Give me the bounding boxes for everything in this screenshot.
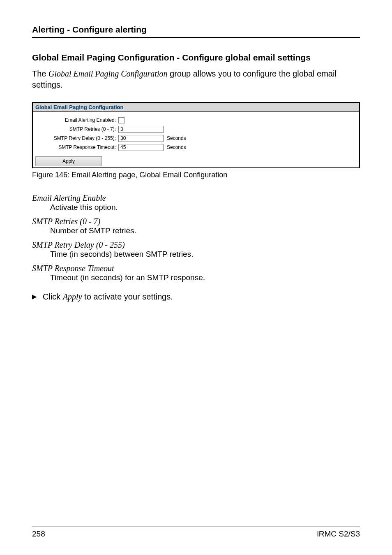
- panel-footer: Apply: [33, 155, 359, 167]
- definition: Time (in seconds) between SMTP retries.: [50, 250, 360, 259]
- triangle-icon: ▶: [32, 293, 43, 300]
- input-retry-delay[interactable]: [118, 135, 164, 142]
- config-panel: Global Email Paging Configuration Email …: [32, 102, 360, 168]
- definition: Timeout (in seconds) for an SMTP respons…: [50, 273, 360, 282]
- footer-right: iRMC S2/S3: [317, 529, 360, 539]
- action-suffix: to activate your settings.: [82, 292, 173, 301]
- input-smtp-retries[interactable]: [118, 126, 164, 133]
- term: Email Alerting Enable: [32, 193, 360, 203]
- section-intro: The Global Email Paging Configuration gr…: [32, 68, 360, 91]
- page-footer: 258 iRMC S2/S3: [32, 527, 360, 539]
- panel-title: Global Email Paging Configuration: [33, 103, 359, 112]
- label-email-enabled: Email Alerting Enabled:: [38, 117, 118, 123]
- label-response-timeout: SMTP Response Timeout:: [38, 144, 118, 150]
- page-header: Alerting - Configure alerting: [32, 25, 360, 38]
- figure-caption: Figure 146: Email Alerting page, Global …: [32, 171, 360, 179]
- definition: Number of SMTP retries.: [50, 226, 360, 235]
- units-response-timeout: Seconds: [164, 144, 186, 150]
- row-retry-delay: SMTP Retry Delay (0 - 255): Seconds: [38, 134, 354, 142]
- label-retry-delay: SMTP Retry Delay (0 - 255):: [38, 135, 118, 141]
- units-retry-delay: Seconds: [164, 135, 186, 141]
- row-smtp-retries: SMTP Retries (0 - 7):: [38, 125, 354, 133]
- term: SMTP Response Timeout: [32, 264, 360, 273]
- term: SMTP Retries (0 - 7): [32, 217, 360, 226]
- apply-button[interactable]: Apply: [35, 156, 102, 166]
- input-response-timeout[interactable]: [118, 144, 164, 151]
- definition-list: Email Alerting Enable Activate this opti…: [32, 188, 360, 286]
- action-italic: Apply: [63, 292, 82, 301]
- intro-prefix: The: [32, 69, 48, 78]
- intro-italic: Global Email Paging Configuration: [48, 69, 167, 78]
- page-number: 258: [32, 529, 45, 539]
- term: SMTP Retry Delay (0 - 255): [32, 240, 360, 250]
- section-title: Global Email Paging Configuration - Conf…: [32, 53, 360, 63]
- checkbox-email-enabled[interactable]: [118, 117, 125, 123]
- row-email-enabled: Email Alerting Enabled:: [38, 116, 354, 124]
- action-prefix: Click: [43, 292, 63, 301]
- definition: Activate this option.: [50, 203, 360, 212]
- action-step: ▶ Click Apply to activate your settings.: [32, 292, 360, 302]
- panel-body: Email Alerting Enabled: SMTP Retries (0 …: [33, 112, 359, 155]
- label-smtp-retries: SMTP Retries (0 - 7):: [38, 126, 118, 132]
- row-response-timeout: SMTP Response Timeout: Seconds: [38, 143, 354, 151]
